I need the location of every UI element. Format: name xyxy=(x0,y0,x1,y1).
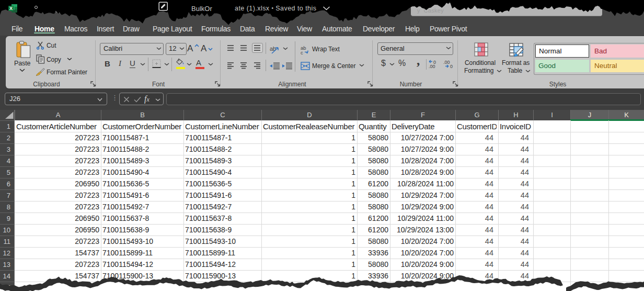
svg-text:0: 0 xyxy=(450,64,453,69)
svg-text:.00: .00 xyxy=(429,64,435,69)
svg-text:X: X xyxy=(9,6,13,11)
svg-text:.00: .00 xyxy=(443,60,450,65)
svg-text:c: c xyxy=(301,49,303,54)
svg-text:ab: ab xyxy=(270,46,276,52)
